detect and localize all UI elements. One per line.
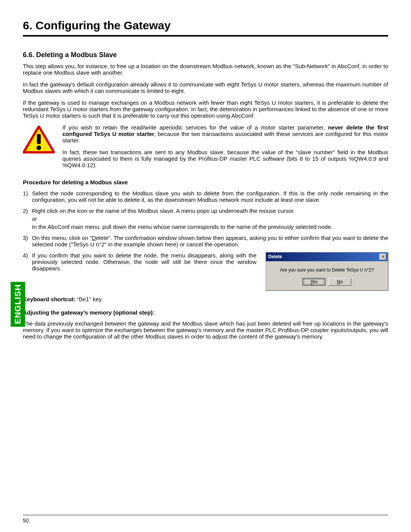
list-item: 2) Right click on the icon or the name o… <box>23 208 388 230</box>
text-span: If you wish to retain the read/write ape… <box>62 124 328 131</box>
warning-paragraph: In fact, these two transactions are sent… <box>62 149 388 168</box>
list-item: 4) If you confirm that you want to delet… <box>23 252 256 272</box>
list-number: 4) <box>23 252 32 272</box>
kbshort-label: Keyboard shortcut: <box>23 296 75 302</box>
svg-rect-1 <box>37 134 41 144</box>
list-number: 3) <box>23 235 32 248</box>
chapter-rule <box>23 35 388 37</box>
text-span: On this menu, click on " <box>32 235 92 241</box>
list-item: 1) Select the node corresponding to the … <box>23 190 388 203</box>
no-button[interactable]: No <box>328 278 351 286</box>
adjust-heading: Adjusting the gateway's memory (optional… <box>23 309 388 316</box>
close-icon[interactable]: ✕ <box>379 254 386 260</box>
list-number: 2) <box>23 208 32 230</box>
body-paragraph: The data previously exchanged between th… <box>23 320 388 340</box>
kbshort-key: Del <box>79 297 89 303</box>
warning-icon <box>23 126 55 174</box>
or-label: or <box>32 216 388 222</box>
body-paragraph: This step allows you, for instance, to f… <box>23 63 388 76</box>
list-body: If you confirm that you want to delete t… <box>32 252 256 272</box>
list-item: 3) On this menu, click on "Delete". The … <box>23 235 388 248</box>
list-body: Right click on the icon or the name of t… <box>32 208 388 230</box>
page-number: 50 <box>23 518 388 524</box>
body-paragraph: If the gateway is used to manage exchang… <box>23 99 388 119</box>
dialog-titlebar: Delete ✕ <box>266 252 388 261</box>
list-body: Select the node corresponding to the Mod… <box>32 190 388 203</box>
underline-letter: D <box>92 235 96 241</box>
text-span: Right click on the icon or the name of t… <box>32 208 295 214</box>
chapter-title: 6. Configuring the Gateway <box>23 19 388 32</box>
body-paragraph: In fact the gateway's default configurat… <box>23 81 388 94</box>
dialog-message: Are you sure you want to Delete TeSys U … <box>270 267 384 273</box>
keyboard-shortcut-line: Keyboard shortcut: “Del” key. <box>23 296 388 303</box>
dialog-title: Delete <box>268 254 282 259</box>
yes-button[interactable]: Yes <box>303 278 325 286</box>
procedure-heading: Procedure for deleting a Modbus slave <box>23 179 388 185</box>
language-tab: ENGLISH <box>11 282 25 327</box>
delete-dialog: Delete ✕ Are you sure you want to Delete… <box>266 252 388 291</box>
svg-point-2 <box>37 145 41 150</box>
text-span: In the AbcConf main menu, pull down the … <box>32 224 333 230</box>
warning-paragraph: If you wish to retain the read/write ape… <box>62 124 388 144</box>
list-body: On this menu, click on "Delete". The con… <box>32 235 388 248</box>
footer-rule <box>23 515 388 515</box>
kbshort-suffix: key. <box>93 296 103 302</box>
section-heading: 6.6. Deleting a Modbus Slave <box>23 51 388 59</box>
list-number: 1) <box>23 190 32 203</box>
